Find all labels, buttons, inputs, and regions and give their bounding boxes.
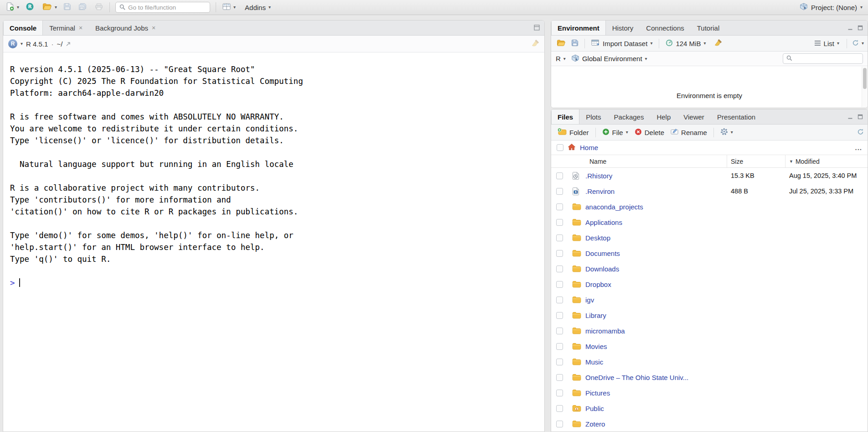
maximize-pane-icon[interactable] [858, 24, 863, 32]
file-checkbox[interactable] [556, 343, 563, 350]
delete-file-button[interactable]: Delete [632, 127, 666, 138]
file-row[interactable]: OneDrive – The Ohio State Univ... [551, 370, 868, 385]
file-row[interactable]: igv [551, 292, 868, 307]
breadcrumb-home-link[interactable]: Home [580, 144, 598, 151]
file-row[interactable]: Dropbox [551, 276, 868, 292]
save-all-button[interactable] [77, 2, 89, 13]
tab-tutorial[interactable]: Tutorial [691, 21, 726, 35]
environment-scope-selector[interactable]: R Global Environment ▾ [571, 54, 647, 63]
project-selector[interactable]: R Project: (None) ▾ [800, 3, 863, 12]
file-row[interactable]: Pictures [551, 385, 868, 401]
file-row[interactable]: Library [551, 307, 868, 323]
tab-history[interactable]: History [606, 21, 640, 35]
file-checkbox[interactable] [556, 312, 563, 319]
file-row[interactable]: Movies [551, 338, 868, 354]
environment-scrollbar[interactable] [862, 67, 867, 107]
tab-presentation[interactable]: Presentation [711, 109, 762, 124]
tab-close-icon[interactable]: × [152, 24, 155, 31]
file-row[interactable]: Music [551, 354, 868, 370]
file-row[interactable]: Downloads [551, 261, 868, 276]
breadcrumb-more-button[interactable]: ... [855, 144, 862, 151]
open-directory-icon[interactable] [66, 40, 71, 48]
more-file-commands-button[interactable]: ▾ [718, 126, 735, 138]
file-checkbox[interactable] [556, 234, 563, 241]
file-checkbox[interactable] [556, 219, 563, 226]
memory-usage-button[interactable]: 124 MiB ▾ [663, 38, 708, 49]
file-checkbox[interactable] [556, 281, 563, 288]
file-row[interactable]: Desktop [551, 230, 868, 245]
goto-file-search[interactable] [115, 2, 210, 13]
file-row[interactable]: Applications [551, 214, 868, 230]
workspace-panes-button[interactable] [221, 2, 232, 12]
file-row[interactable]: .Rhistory15.3 KBAug 15, 2025, 3:40 PM [551, 168, 868, 183]
tab-terminal[interactable]: Terminal× [43, 21, 89, 35]
file-name-link[interactable]: Public [585, 405, 604, 412]
addins-menu[interactable]: Addins ▾ [242, 2, 274, 13]
file-name-link[interactable]: Music [585, 358, 603, 366]
column-header-name[interactable]: Name [572, 155, 727, 167]
file-checkbox[interactable] [556, 265, 563, 272]
file-name-link[interactable]: Dropbox [585, 281, 611, 288]
file-name-link[interactable]: Library [585, 312, 606, 319]
column-header-size[interactable]: Size [727, 155, 785, 167]
file-name-link[interactable]: Pictures [585, 389, 610, 397]
file-checkbox[interactable] [556, 172, 563, 179]
maximize-console-icon[interactable] [534, 24, 540, 32]
open-recent-dropdown-caret[interactable]: ▾ [55, 5, 57, 10]
tab-files[interactable]: Files [551, 109, 579, 124]
select-all-checkbox[interactable] [557, 144, 563, 151]
environment-search-input[interactable] [795, 55, 868, 62]
file-checkbox[interactable] [556, 297, 563, 303]
file-checkbox[interactable] [556, 359, 563, 365]
file-name-link[interactable]: Downloads [585, 265, 619, 273]
save-workspace-button[interactable] [569, 38, 580, 49]
tab-connections[interactable]: Connections [640, 21, 690, 35]
rename-file-button[interactable]: Rename [668, 127, 709, 138]
file-name-link[interactable]: Applications [585, 219, 622, 226]
new-file-button[interactable] [5, 1, 16, 13]
tab-packages[interactable]: Packages [608, 109, 651, 124]
file-name-link[interactable]: .Renviron [585, 187, 615, 195]
goto-file-input[interactable] [128, 4, 209, 11]
environment-view-mode-button[interactable]: List ▾ [812, 38, 842, 49]
file-name-link[interactable]: OneDrive – The Ohio State Univ... [585, 374, 688, 381]
file-checkbox[interactable] [556, 328, 563, 334]
new-folder-button[interactable]: Folder [555, 126, 591, 138]
file-checkbox[interactable] [556, 203, 563, 210]
save-button[interactable] [62, 2, 73, 13]
clear-console-icon[interactable] [532, 39, 539, 48]
file-name-link[interactable]: Desktop [585, 234, 610, 242]
file-checkbox[interactable] [556, 250, 563, 257]
file-name-link[interactable]: Documents [585, 250, 620, 257]
maximize-pane-icon[interactable] [858, 113, 863, 121]
file-name-link[interactable]: igv [585, 296, 594, 304]
new-blank-file-button[interactable]: File ▾ [600, 127, 630, 138]
import-dataset-button[interactable]: Import Dataset ▾ [589, 38, 655, 49]
clear-environment-button[interactable] [713, 38, 724, 49]
file-name-link[interactable]: micromamba [585, 327, 625, 335]
tab-environment[interactable]: Environment [551, 21, 606, 35]
tab-help[interactable]: Help [650, 109, 677, 124]
scrollbar-thumb[interactable] [863, 68, 867, 89]
tab-background-jobs[interactable]: Background Jobs× [89, 21, 162, 35]
file-row[interactable]: micromamba [551, 323, 868, 338]
file-name-link[interactable]: anaconda_projects [585, 203, 643, 211]
file-checkbox[interactable] [556, 188, 563, 195]
tab-plots[interactable]: Plots [579, 109, 607, 124]
open-file-button[interactable] [41, 2, 54, 13]
refresh-files-icon[interactable] [857, 128, 864, 136]
file-checkbox[interactable] [556, 374, 563, 381]
file-name-link[interactable]: Movies [585, 343, 607, 350]
file-row[interactable]: Zotero [551, 416, 868, 432]
load-workspace-button[interactable] [555, 38, 568, 49]
environment-search[interactable] [783, 53, 863, 64]
minimize-pane-icon[interactable] [847, 24, 853, 32]
r-logo-icon[interactable]: R [8, 39, 17, 48]
working-directory-link[interactable]: ~/ [57, 40, 62, 48]
file-checkbox[interactable] [556, 405, 563, 412]
console-body[interactable]: R version 4.5.1 (2025-06-13) -- "Great S… [3, 52, 544, 432]
print-button[interactable] [93, 2, 105, 13]
panes-dropdown-caret[interactable]: ▾ [233, 5, 236, 10]
file-checkbox[interactable] [556, 390, 563, 396]
file-name-link[interactable]: Zotero [585, 420, 605, 428]
